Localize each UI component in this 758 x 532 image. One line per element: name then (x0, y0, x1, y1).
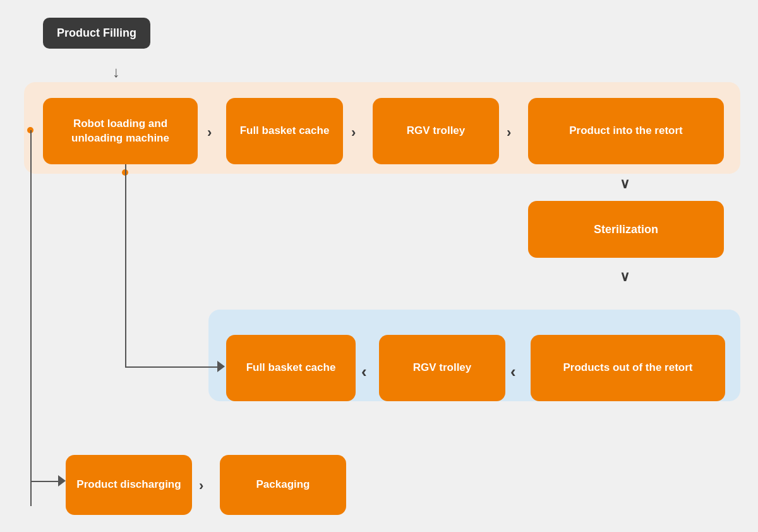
node-robot-loading: Robot loading and unloading machine (43, 98, 198, 164)
arrow-down-pf: ↓ (112, 63, 120, 81)
node-sterilization: Sterilization (528, 201, 724, 258)
arrowhead-discharging (58, 475, 66, 487)
arrowhead-basket2 (217, 361, 225, 372)
node-rgv-trolley-2: RGV trolley (379, 335, 505, 401)
chevron-down-2: ∨ (620, 269, 630, 285)
node-full-basket-cache-1: Full basket cache (226, 98, 343, 164)
diagram-container: Product Filling ↓ Robot loading and unlo… (0, 0, 758, 532)
product-filling-label: Product Filling (43, 18, 150, 49)
node-products-out-retort: Products out of the retort (531, 335, 725, 401)
vline-main (30, 130, 32, 506)
node-full-basket-cache-2: Full basket cache (226, 335, 356, 401)
node-packaging: Packaging (220, 455, 346, 515)
node-product-into-retort: Product into the retort (528, 98, 724, 164)
hline-to-basket2 (125, 366, 220, 368)
hline-to-discharging (30, 481, 61, 482)
chevron-2: › (351, 124, 356, 141)
vline-robot (125, 164, 126, 366)
chevron-5: ‹ (510, 362, 516, 382)
chevron-6: › (199, 478, 203, 494)
node-product-discharging: Product discharging (66, 455, 192, 515)
chevron-1: › (207, 124, 212, 141)
chevron-3: › (507, 124, 511, 141)
node-rgv-trolley-1: RGV trolley (373, 98, 499, 164)
chevron-4: ‹ (361, 362, 367, 382)
chevron-down-1: ∨ (620, 176, 630, 192)
